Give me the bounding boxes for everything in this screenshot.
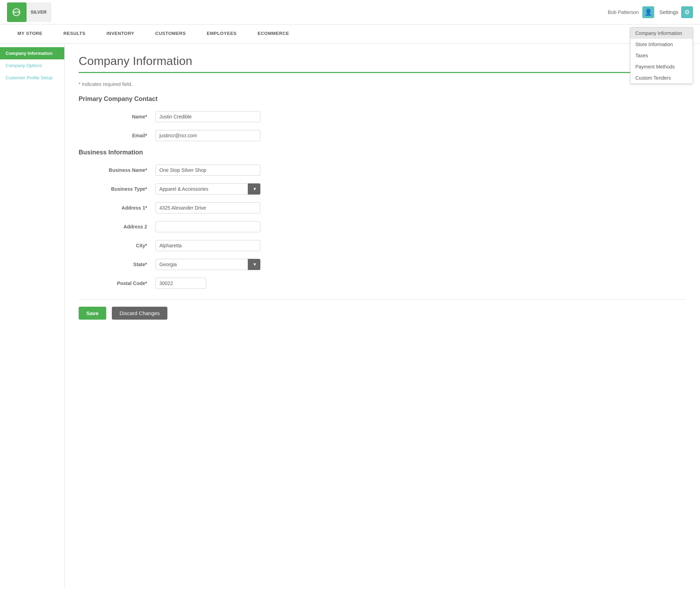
silver-logo: SILVER <box>27 2 51 22</box>
business-type-row: Business Type* Apparel & Accessories Aut… <box>79 183 686 195</box>
state-row: State* AlabamaAlaskaArizona ArkansasCali… <box>79 259 686 270</box>
settings-label: Settings <box>659 9 678 15</box>
email-row: Email* <box>79 130 686 141</box>
nav-my-store[interactable]: MY STORE <box>7 24 53 43</box>
sidebar: Company Information Company Options Cust… <box>0 44 65 588</box>
green-divider <box>79 72 686 73</box>
postal-label: Postal Code* <box>79 281 156 286</box>
save-button[interactable]: Save <box>79 307 106 320</box>
business-type-select-wrapper: Apparel & Accessories Automotive Electro… <box>156 183 260 195</box>
address1-input[interactable] <box>156 202 260 213</box>
settings-dropdown: Company Information Store Information Ta… <box>630 27 693 84</box>
sidebar-item-customer-profile[interactable]: Customer Profile Setup <box>0 72 64 84</box>
nav-customers[interactable]: CUSTOMERS <box>145 24 196 43</box>
email-input[interactable] <box>156 130 260 141</box>
ncr-logo: NCR <box>7 2 27 22</box>
nav-employees[interactable]: EMPLOYEES <box>196 24 247 43</box>
page-title: Company Information <box>79 54 686 68</box>
button-row: Save Discard Changes <box>79 299 686 320</box>
settings-icon[interactable]: ⚙ <box>681 6 693 18</box>
postal-input[interactable] <box>156 278 206 289</box>
required-note: * Indicates required field. <box>79 81 686 87</box>
state-label: State* <box>79 262 156 267</box>
business-type-select[interactable]: Apparel & Accessories Automotive Electro… <box>156 183 260 195</box>
city-label: City* <box>79 243 156 248</box>
address1-label: Address 1* <box>79 205 156 211</box>
business-section-title: Business Information <box>79 149 686 156</box>
name-label: Name* <box>79 114 156 119</box>
address2-input[interactable] <box>156 221 260 232</box>
name-input[interactable] <box>156 111 260 122</box>
address2-row: Address 2 <box>79 221 686 232</box>
address2-label: Address 2 <box>79 224 156 230</box>
sidebar-item-company-options[interactable]: Company Options <box>0 59 64 72</box>
primary-section-title: Primary Company Contact <box>79 95 686 103</box>
ncr-circle: NCR <box>13 8 20 16</box>
business-name-input[interactable] <box>156 165 260 176</box>
logo-area: NCR SILVER <box>7 2 51 22</box>
header-right-group: Bob Patterson 👤 Settings ⚙ Company Infor… <box>608 6 693 18</box>
city-input[interactable] <box>156 240 260 251</box>
discard-button[interactable]: Discard Changes <box>112 307 167 320</box>
email-label: Email* <box>79 133 156 138</box>
nav-inventory[interactable]: INVENTORY <box>96 24 145 43</box>
business-type-label: Business Type* <box>79 186 156 192</box>
user-name: Bob Patterson <box>608 9 639 15</box>
settings-dropdown-custom-tenders[interactable]: Custom Tenders <box>630 72 693 83</box>
settings-dropdown-store-info[interactable]: Store Information <box>630 39 693 50</box>
sidebar-item-company-info[interactable]: Company Information <box>0 47 64 59</box>
city-row: City* <box>79 240 686 251</box>
state-select[interactable]: AlabamaAlaskaArizona ArkansasCaliforniaC… <box>156 259 260 270</box>
header: NCR SILVER Bob Patterson 👤 Settings ⚙ Co… <box>0 0 700 24</box>
address1-row: Address 1* <box>79 202 686 213</box>
user-icon[interactable]: 👤 <box>642 6 654 18</box>
nav-ecommerce[interactable]: ECOMMERCE <box>247 24 300 43</box>
business-name-label: Business Name* <box>79 167 156 173</box>
state-select-wrapper: AlabamaAlaskaArizona ArkansasCaliforniaC… <box>156 259 260 270</box>
name-row: Name* <box>79 111 686 122</box>
main-container: Company Information Company Options Cust… <box>0 44 700 588</box>
settings-dropdown-payment-methods[interactable]: Payment Methods <box>630 61 693 72</box>
settings-dropdown-company-info[interactable]: Company Information <box>630 28 693 39</box>
nav-results[interactable]: RESULTS <box>53 24 96 43</box>
business-name-row: Business Name* <box>79 165 686 176</box>
nav-bar: MY STORE RESULTS INVENTORY CUSTOMERS EMP… <box>0 24 700 44</box>
postal-row: Postal Code* <box>79 278 686 289</box>
content: Company Information * Indicates required… <box>65 44 700 588</box>
settings-dropdown-taxes[interactable]: Taxes <box>630 50 693 61</box>
